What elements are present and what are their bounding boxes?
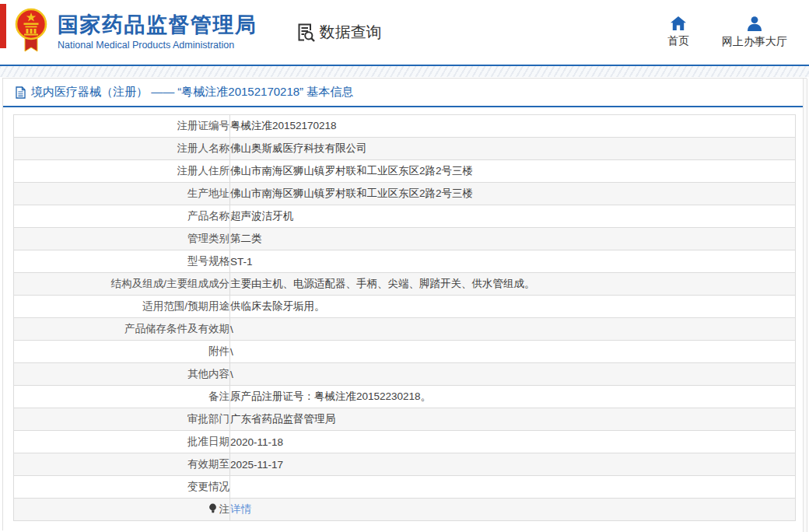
national-emblem-logo	[14, 8, 48, 58]
table-row: 注册人住所佛山市南海区狮山镇罗村联和工业区东区2路2号三楼	[14, 160, 796, 183]
hatched-separator	[0, 66, 809, 77]
nav-online-hall[interactable]: 网上办事大厅	[722, 16, 787, 49]
header-nav: 首页 网上办事大厅	[667, 16, 809, 49]
row-value-text: 原产品注册证号：粤械注准20152230218。	[230, 390, 431, 402]
breadcrumb-text: 境内医疗器械（注册） —— “粤械注准20152170218” 基本信息	[31, 85, 353, 100]
row-label-text: 其他内容	[187, 368, 229, 380]
row-label-text: 型号规格	[187, 255, 229, 267]
row-label: 附件	[14, 341, 230, 363]
row-value-text: 供临床去除牙垢用。	[230, 300, 325, 312]
table-row: 其他内容\	[14, 363, 796, 386]
row-label: 产品名称	[14, 205, 230, 228]
row-value: 广东省药品监督管理局	[230, 408, 796, 431]
row-value-text: \	[230, 346, 233, 358]
row-value-text: ST-1	[230, 256, 253, 268]
data-query-icon	[295, 22, 316, 43]
row-label-text: 注册人住所	[177, 165, 230, 177]
row-label-text: 批准日期	[187, 436, 229, 447]
org-identity: 国家药品监督管理局 National Medical Products Admi…	[58, 13, 257, 51]
breadcrumb: 境内医疗器械（注册） —— “粤械注准20152170218” 基本信息	[3, 79, 806, 107]
row-label-text: 适用范围/预期用途	[142, 300, 229, 312]
row-label: 产品储存条件及有效期	[14, 318, 230, 341]
registration-info-table-wrap: 注册证编号粤械注准20152170218注册人名称佛山奥斯威医疗科技有限公司注册…	[13, 114, 796, 521]
row-value: 详情	[230, 499, 796, 521]
row-label-text: 管理类别	[187, 233, 229, 244]
home-icon	[671, 16, 686, 30]
table-row: 结构及组成/主要组成成分主要由主机、电源适配器、手柄、尖端、脚踏开关、供水管组成…	[14, 273, 796, 296]
row-label: 管理类别	[14, 228, 230, 250]
row-value: 第二类	[230, 228, 796, 250]
data-query-nav[interactable]: 数据查询	[295, 22, 382, 43]
table-row: 附件\	[14, 341, 796, 363]
row-value-text: 2025-11-17	[230, 459, 283, 471]
table-row: 注详情	[14, 499, 796, 521]
row-value-text: 主要由主机、电源适配器、手柄、尖端、脚踏开关、供水管组成。	[230, 278, 535, 289]
row-value-text: 超声波洁牙机	[230, 210, 293, 222]
row-label: 注册证编号	[14, 115, 230, 138]
row-label-text: 审批部门	[187, 413, 229, 425]
table-row: 型号规格ST-1	[14, 250, 796, 273]
nav-home-label: 首页	[667, 34, 689, 48]
row-value-text: 粤械注准20152170218	[230, 120, 337, 131]
table-row: 产品名称超声波洁牙机	[14, 205, 796, 228]
table-row: 批准日期2020-11-18	[14, 431, 796, 453]
row-label: 注册人名称	[14, 138, 230, 160]
row-label-text: 结构及组成/主要组成成分	[111, 278, 229, 289]
row-label: 适用范围/预期用途	[14, 296, 230, 318]
row-label: 批准日期	[14, 431, 230, 453]
row-label: 备注	[14, 386, 230, 408]
row-label: 审批部门	[14, 408, 230, 431]
row-label-text: 注册人名称	[177, 142, 230, 154]
row-label: 注册人住所	[14, 160, 230, 183]
row-value-text: 第二类	[230, 233, 262, 244]
info-table-body: 注册证编号粤械注准20152170218注册人名称佛山奥斯威医疗科技有限公司注册…	[14, 115, 796, 521]
user-icon	[747, 16, 762, 31]
row-value: 粤械注准20152170218	[230, 115, 796, 138]
row-label-text: 产品名称	[187, 210, 229, 222]
details-link[interactable]: 详情	[230, 503, 251, 515]
data-query-label: 数据查询	[320, 22, 382, 43]
row-label-text: 注册证编号	[177, 120, 230, 131]
row-label-text: 生产地址	[187, 187, 229, 199]
row-value: 佛山市南海区狮山镇罗村联和工业区东区2路2号三楼	[230, 160, 796, 183]
row-value: 主要由主机、电源适配器、手柄、尖端、脚踏开关、供水管组成。	[230, 273, 796, 296]
table-row: 变更情况	[14, 476, 796, 499]
scrollbar-track[interactable]	[803, 79, 807, 532]
row-label-text: 注	[219, 503, 230, 515]
row-label-text: 有效期至	[187, 458, 229, 470]
table-row: 注册证编号粤械注准20152170218	[14, 115, 796, 138]
row-label: 生产地址	[14, 183, 230, 205]
row-value-text: 佛山奥斯威医疗科技有限公司	[230, 142, 367, 154]
row-label: 型号规格	[14, 250, 230, 273]
org-title-en: National Medical Products Administration	[58, 40, 257, 51]
row-label-text: 产品储存条件及有效期	[124, 323, 229, 334]
registration-info-table: 注册证编号粤械注准20152170218注册人名称佛山奥斯威医疗科技有限公司注册…	[13, 114, 796, 521]
content-panel: 境内医疗器械（注册） —— “粤械注准20152170218” 基本信息 注册证…	[2, 78, 807, 530]
row-value-text: 2020-11-18	[230, 436, 283, 448]
table-row: 生产地址佛山市南海区狮山镇罗村联和工业区东区2路2号三楼	[14, 183, 796, 205]
row-value-text: 佛山市南海区狮山镇罗村联和工业区东区2路2号三楼	[230, 187, 473, 199]
national-emblem-icon	[14, 8, 48, 58]
row-value: 2025-11-17	[230, 453, 796, 476]
row-label: 注	[14, 499, 230, 521]
row-value-text: 广东省药品监督管理局	[230, 413, 335, 425]
site-header: 国家药品监督管理局 National Medical Products Admi…	[0, 0, 809, 66]
nav-online-hall-label: 网上办事大厅	[722, 35, 787, 49]
row-value: 佛山奥斯威医疗科技有限公司	[230, 138, 796, 160]
table-row: 审批部门广东省药品监督管理局	[14, 408, 796, 431]
row-label: 其他内容	[14, 363, 230, 386]
row-value: \	[230, 363, 796, 386]
row-value-text: \	[230, 324, 233, 335]
row-value: 2020-11-18	[230, 431, 796, 453]
document-icon	[16, 86, 26, 99]
table-row: 备注原产品注册证号：粤械注准20152230218。	[14, 386, 796, 408]
row-value	[230, 476, 796, 499]
row-value: \	[230, 341, 796, 363]
row-value: 原产品注册证号：粤械注准20152230218。	[230, 386, 796, 408]
row-label-text: 备注	[208, 390, 229, 402]
row-value: \	[230, 318, 796, 341]
row-value-text: \	[230, 369, 233, 380]
nav-home[interactable]: 首页	[667, 16, 689, 49]
row-value-text: 佛山市南海区狮山镇罗村联和工业区东区2路2号三楼	[230, 165, 473, 177]
table-row: 管理类别第二类	[14, 228, 796, 250]
